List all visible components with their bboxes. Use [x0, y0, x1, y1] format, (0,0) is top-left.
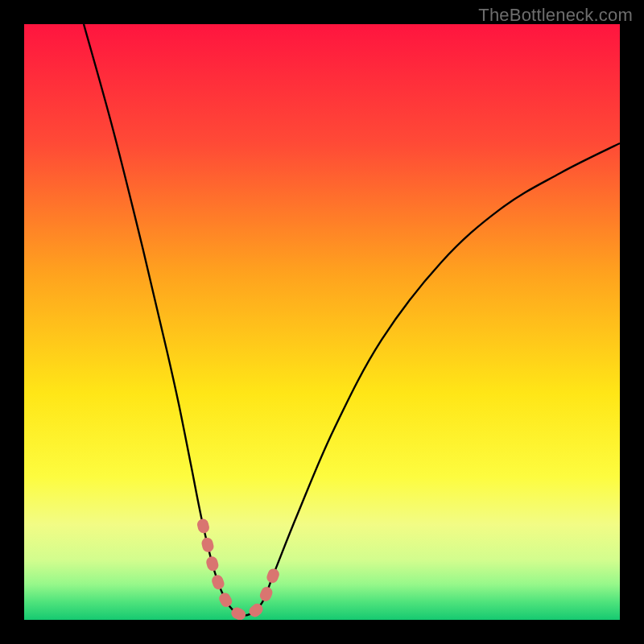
curve-layer [24, 24, 620, 620]
bottleneck-curve-dashed-valley [203, 525, 275, 616]
plot-area [24, 24, 620, 620]
bottleneck-curve [84, 24, 620, 616]
watermark-text: TheBottleneck.com [478, 5, 633, 26]
chart-stage: TheBottleneck.com [0, 0, 644, 644]
